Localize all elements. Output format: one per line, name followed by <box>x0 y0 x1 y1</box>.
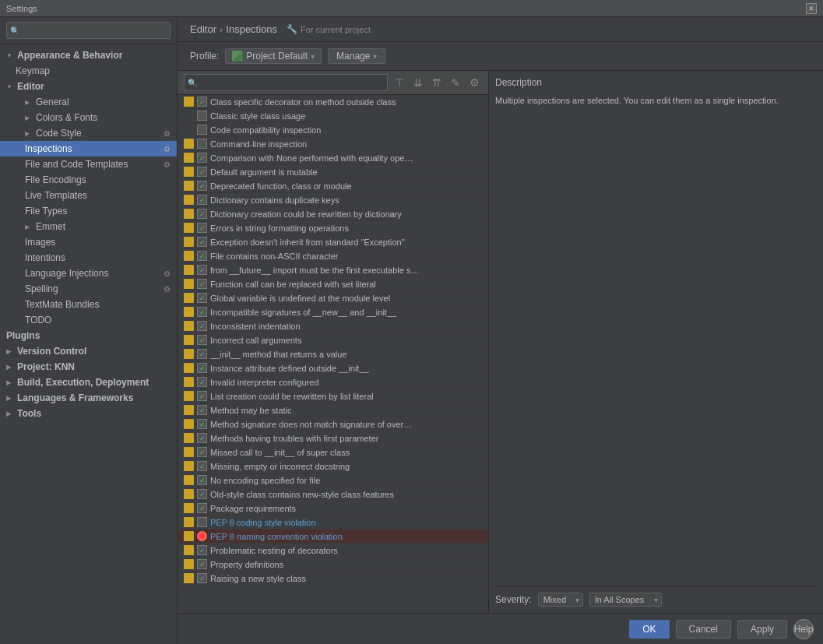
inspection-row[interactable]: Property definitions <box>178 558 488 572</box>
sidebar-item-file-encodings[interactable]: File Encodings <box>0 172 177 188</box>
check-box[interactable] <box>197 363 207 373</box>
sidebar-item-code-style[interactable]: ▶ Code Style ⚙ <box>0 125 177 141</box>
check-box[interactable] <box>197 433 207 443</box>
inspection-row[interactable]: Deprecated function, class or module <box>178 179 488 193</box>
check-box[interactable] <box>197 111 207 121</box>
sidebar-item-general[interactable]: ▶ General <box>0 94 177 110</box>
check-box[interactable] <box>197 377 207 387</box>
check-box[interactable] <box>197 503 207 513</box>
sidebar-item-editor[interactable]: ▼ Editor <box>0 79 177 94</box>
inspection-row[interactable]: Method may be static <box>178 403 488 417</box>
sidebar-item-file-code-templates[interactable]: File and Code Templates ⚙ <box>0 157 177 172</box>
check-box[interactable] <box>197 419 207 429</box>
sidebar-item-file-types[interactable]: File Types <box>0 203 177 219</box>
inspection-row[interactable]: PEP 8 coding style violation <box>178 516 488 530</box>
sidebar-item-tools[interactable]: ▶ Tools <box>0 406 177 421</box>
inspection-row[interactable]: Incorrect call arguments <box>178 333 488 347</box>
cancel-button[interactable]: Cancel <box>676 620 731 639</box>
sidebar-item-keymap[interactable]: Keymap <box>0 63 177 79</box>
sidebar-item-language-injections[interactable]: Language Injections ⚙ <box>0 266 177 281</box>
inspection-row[interactable]: Command-line inspection <box>178 137 488 151</box>
inspection-row[interactable]: from __future__ import must be the first… <box>178 263 488 277</box>
close-button[interactable]: ✕ <box>806 3 817 14</box>
check-box[interactable] <box>197 517 207 527</box>
check-box[interactable] <box>197 559 207 569</box>
inspection-row[interactable]: Function call can be replaced with set l… <box>178 277 488 291</box>
check-box[interactable] <box>197 97 207 107</box>
check-box[interactable] <box>197 237 207 247</box>
sidebar-item-project[interactable]: ▶ Project: KNN <box>0 359 177 375</box>
inspection-row[interactable]: Classic style class usage <box>178 109 488 123</box>
apply-button[interactable]: Apply <box>737 620 787 639</box>
sidebar-item-textmate[interactable]: TextMate Bundles <box>0 297 177 312</box>
check-box[interactable] <box>197 335 207 345</box>
inspection-row[interactable]: Package requirements <box>178 501 488 516</box>
inspection-row[interactable]: Incompatible signatures of __new__ and _… <box>178 305 488 319</box>
sidebar-item-emmet[interactable]: ▶ Emmet <box>0 219 177 234</box>
inspection-row[interactable]: List creation could be rewritten by list… <box>178 389 488 403</box>
sidebar-item-languages[interactable]: ▶ Languages & Frameworks <box>0 390 177 406</box>
sidebar-item-live-templates[interactable]: Live Templates <box>0 188 177 203</box>
inspection-row[interactable]: Comparison with None performed with equa… <box>178 151 488 165</box>
inspection-row[interactable]: Instance attribute defined outside __ini… <box>178 361 488 375</box>
sidebar-item-spelling[interactable]: Spelling ⚙ <box>0 281 177 297</box>
check-box[interactable] <box>197 125 207 135</box>
sidebar-item-todo[interactable]: TODO <box>0 312 177 328</box>
check-box[interactable] <box>197 545 207 555</box>
check-box[interactable] <box>197 265 207 275</box>
inspection-row[interactable]: Missing, empty or incorrect docstring <box>178 459 488 473</box>
sidebar-item-colors-fonts[interactable]: ▶ Colors & Fonts <box>0 110 177 125</box>
inspection-row[interactable]: Method signature does not match signatur… <box>178 417 488 431</box>
inspection-row[interactable]: Methods having troubles with first param… <box>178 431 488 445</box>
inspection-row[interactable]: Dictionary creation could be rewritten b… <box>178 207 488 221</box>
check-box[interactable] <box>197 573 207 583</box>
check-box[interactable] <box>197 489 207 499</box>
check-box[interactable] <box>197 307 207 317</box>
check-box[interactable] <box>197 181 207 191</box>
expand-all-icon[interactable]: ⇊ <box>411 75 425 90</box>
inspection-row[interactable]: Missed call to __init__ of super class <box>178 445 488 459</box>
check-box[interactable] <box>197 139 207 149</box>
check-box[interactable] <box>197 321 207 331</box>
inspection-row[interactable]: File contains non-ASCII character <box>178 249 488 263</box>
inspection-row[interactable]: Problematic nesting of decorators <box>178 544 488 558</box>
settings-icon[interactable]: ⚙ <box>467 75 482 90</box>
inspection-row[interactable]: Errors in string formatting operations <box>178 221 488 235</box>
inspection-row[interactable]: Code compatibility inspection <box>178 123 488 137</box>
help-button[interactable]: Help <box>793 619 814 639</box>
ok-button[interactable]: OK <box>629 620 669 639</box>
sidebar-item-images[interactable]: Images <box>0 234 177 250</box>
check-box[interactable] <box>197 405 207 415</box>
severity-select[interactable]: Mixed <box>538 593 583 607</box>
sidebar-search-input[interactable] <box>6 22 171 39</box>
check-box[interactable] <box>197 195 207 205</box>
inspection-row[interactable]: Invalid interpreter configured <box>178 375 488 389</box>
inspection-row[interactable]: Global variable is undefined at the modu… <box>178 291 488 305</box>
inspection-row[interactable]: Old-style class contains new-style class… <box>178 487 488 501</box>
check-box[interactable] <box>197 461 207 471</box>
check-box[interactable] <box>197 391 207 401</box>
inspection-row[interactable]: Class specific decorator on method outsi… <box>178 95 488 109</box>
sidebar-item-appearance[interactable]: ▼ Appearance & Behavior <box>0 48 177 63</box>
inspection-row[interactable]: Inconsistent indentation <box>178 319 488 333</box>
inspection-row[interactable]: Exception doesn't inherit from standard … <box>178 235 488 249</box>
sidebar-item-version-control[interactable]: ▶ Version Control <box>0 343 177 359</box>
inspection-row[interactable]: Dictionary contains duplicate keys <box>178 193 488 207</box>
filter-icon[interactable]: ⊤ <box>392 75 406 90</box>
check-box[interactable] <box>197 223 207 233</box>
inspection-row[interactable]: PEP 8 naming convention violation <box>178 530 488 544</box>
check-box[interactable] <box>197 531 207 541</box>
inspection-row[interactable]: __init__ method that returns a value <box>178 347 488 361</box>
collapse-all-icon[interactable]: ⇈ <box>430 75 444 90</box>
profile-dropdown[interactable]: Project Default ▾ <box>225 48 322 64</box>
inspection-row[interactable]: No encoding specified for file <box>178 473 488 487</box>
inspection-row[interactable]: Default argument is mutable <box>178 165 488 179</box>
check-box[interactable] <box>197 209 207 219</box>
inspections-search-input[interactable] <box>184 74 388 91</box>
edit-icon[interactable]: ✎ <box>448 75 462 90</box>
sidebar-item-inspections[interactable]: Inspections ⚙ <box>0 141 177 157</box>
scope-select[interactable]: In All Scopes <box>589 593 662 607</box>
manage-button[interactable]: Manage ▾ <box>328 48 385 64</box>
check-box[interactable] <box>197 167 207 177</box>
check-box[interactable] <box>197 349 207 359</box>
